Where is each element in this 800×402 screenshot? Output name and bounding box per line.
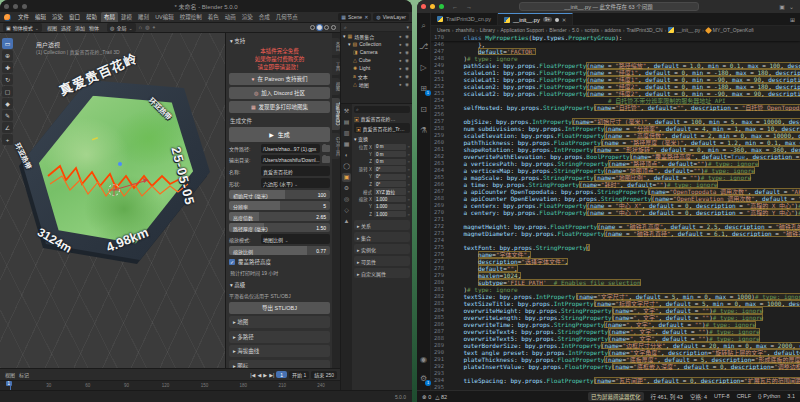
object-tab[interactable]: ▣ bbox=[342, 173, 351, 182]
lock-icon[interactable]: ○ bbox=[408, 204, 410, 209]
testing-icon[interactable]: ⚗ bbox=[420, 126, 427, 136]
workspace-tab-几何节点[interactable]: 几何节点 bbox=[273, 12, 301, 22]
run-debug-icon[interactable]: ▷ bbox=[420, 63, 426, 73]
close-tab-icon[interactable]: ✕ bbox=[562, 17, 567, 23]
transform-tool[interactable]: ◆ bbox=[2, 98, 13, 109]
lock-icon[interactable]: ○ bbox=[408, 197, 410, 202]
measure-tool[interactable]: ∠ bbox=[2, 122, 13, 133]
slider-分辨率[interactable]: 分辨率5 bbox=[229, 201, 330, 210]
timeline-editor[interactable]: 视图标记 |◀ ◀ ▶ ▶| 1 开始 1 结束 250 1 bbox=[0, 368, 340, 390]
advanced-panel-header[interactable]: ▾ 高级 bbox=[229, 279, 330, 291]
visibility-toggles[interactable]: ● ◉ bbox=[399, 66, 412, 71]
frame-start-field[interactable]: 开始 1 bbox=[289, 371, 309, 379]
rotate-tool[interactable]: ↻ bbox=[2, 74, 13, 85]
lock-icon[interactable]: ○ bbox=[408, 152, 410, 157]
scale-slider[interactable]: 缩放比例0.77 bbox=[229, 246, 330, 255]
problems-count[interactable]: △ 82 bbox=[435, 394, 447, 400]
maximize-window-icon[interactable] bbox=[439, 4, 444, 9]
vscode-titlebar[interactable]: ← → __init__.py — 此文件存在 63 个问题 ▣ ⌄ bbox=[417, 0, 800, 13]
jump-end-button[interactable]: ▶| bbox=[269, 372, 274, 378]
status-notice[interactable]: 已为屏幕阅读器优化 bbox=[588, 392, 644, 401]
transform-value[interactable]: 0 m bbox=[374, 144, 406, 150]
code-editor[interactable]: 170 class MyProperties(bpy.types.Propert… bbox=[431, 34, 800, 390]
expand-icon[interactable]: ▾ bbox=[343, 33, 346, 39]
command-center[interactable]: __init__.py — 此文件存在 63 个问题 bbox=[519, 2, 699, 11]
split-editor-icon[interactable]: ⊞ bbox=[785, 13, 800, 25]
status-item[interactable]: {} Python bbox=[758, 393, 780, 401]
outliner-row-Light[interactable]: ✺Light● ◉ bbox=[341, 64, 412, 72]
status-item[interactable]: UTF-8 bbox=[714, 393, 730, 401]
outliner-row-文本[interactable]: a文本● ◉ bbox=[341, 72, 412, 80]
breadcrumb-item[interactable]: 5.0 bbox=[572, 27, 579, 33]
collapsed-panel-海拔曲线[interactable]: ▸ 海拔曲线 bbox=[229, 345, 330, 357]
field-value[interactable]: 六边形 (水平) ⌄ bbox=[261, 178, 330, 188]
status-item[interactable]: 3.1 bbox=[787, 393, 795, 401]
transform-value[interactable]: XYZ 欧拉 bbox=[374, 188, 406, 195]
customize-layout-icon[interactable]: ⌄ bbox=[789, 3, 794, 10]
transform-value[interactable]: 0 m bbox=[374, 159, 406, 165]
outliner-row-场景集合[interactable]: ▾▦场景集合● ◉ bbox=[341, 32, 412, 40]
folder-icon[interactable] bbox=[322, 145, 330, 152]
workspace-tab-雕刻[interactable]: 雕刻 bbox=[135, 12, 152, 22]
account-icon[interactable]: ◉ bbox=[420, 355, 427, 365]
timeline-menu-标记[interactable]: 标记 bbox=[17, 371, 31, 378]
extensions-icon[interactable]: ⊞1 bbox=[420, 84, 427, 94]
breadcrumb[interactable]: Users›zhashifu›Library›Application Suppo… bbox=[431, 26, 800, 34]
pivot-point-icon[interactable]: ⌖ bbox=[153, 24, 156, 31]
current-frame-field[interactable]: 1 bbox=[276, 371, 287, 378]
mode-dropdown[interactable]: ▣ 物体模式 ⌄ bbox=[3, 23, 42, 32]
lock-icon[interactable]: ○ bbox=[408, 212, 410, 217]
breadcrumb-item[interactable]: Blender bbox=[549, 27, 566, 33]
visibility-toggles[interactable]: ● ◉ bbox=[399, 58, 412, 63]
problems-count[interactable]: ⊗ 0 bbox=[422, 394, 431, 400]
workspace-tab-布局[interactable]: 布局 bbox=[101, 12, 118, 22]
sidebar-tab-GPX工具[interactable]: GPX工具 bbox=[332, 133, 340, 160]
close-window-icon[interactable] bbox=[421, 4, 426, 9]
transform-value[interactable]: 0 m bbox=[374, 151, 406, 157]
outliner-row-地图[interactable]: △地图● ◉ bbox=[341, 80, 412, 88]
menu-编辑[interactable]: 编辑 bbox=[32, 12, 49, 22]
viewlayer-selector[interactable]: ◍ ViewLayer bbox=[373, 13, 409, 21]
lock-icon[interactable]: ○ bbox=[408, 189, 410, 194]
viewport-menu-视图[interactable]: 视图 bbox=[45, 23, 59, 32]
collapsed-panel-地图[interactable]: ▸ 地图 bbox=[229, 316, 330, 328]
menu-渲染[interactable]: 渲染 bbox=[49, 12, 66, 22]
properties-search-input[interactable]: ⌕ bbox=[354, 106, 410, 113]
proportional-edit-icon[interactable]: ◎ bbox=[145, 24, 149, 31]
search-icon[interactable]: ⌕ bbox=[421, 21, 425, 31]
lock-icon[interactable]: ○ bbox=[408, 167, 410, 172]
status-item[interactable]: 行 461, 列 43 bbox=[651, 393, 683, 401]
editor-tab-__init__.py[interactable]: __init__.py9+✕ bbox=[498, 13, 573, 25]
breadcrumb-item[interactable]: Library bbox=[480, 27, 495, 33]
world-tab[interactable]: ◯ bbox=[342, 162, 351, 171]
patreon-button[interactable]: ♥在 Patreon 支持我们 bbox=[229, 73, 330, 85]
add-primitive-tool[interactable]: + bbox=[2, 134, 13, 145]
material-shading-icon[interactable] bbox=[324, 25, 329, 30]
visibility-toggles[interactable]: ● ◉ bbox=[399, 42, 412, 47]
breadcrumb-item[interactable]: __init__.py bbox=[676, 27, 700, 33]
breadcrumb-item[interactable]: Application Support bbox=[500, 27, 543, 33]
lock-icon[interactable]: ○ bbox=[408, 182, 410, 187]
menu-窗口[interactable]: 窗口 bbox=[66, 12, 83, 22]
menu-帮助[interactable]: 帮助 bbox=[83, 12, 100, 22]
menu-文件[interactable]: 文件 bbox=[15, 12, 32, 22]
blender-titlebar[interactable]: * 未命名 - Blender 5.0.0 bbox=[0, 0, 412, 12]
overwrite-path-checkbox[interactable]: ✓覆盖路径高度 bbox=[229, 258, 330, 266]
object-name-field[interactable]: ▣ 真爱贵百花岭_Tr… bbox=[354, 123, 410, 133]
solid-shading-icon[interactable] bbox=[317, 25, 322, 30]
rendered-shading-icon[interactable] bbox=[331, 25, 336, 30]
modifier-tab[interactable]: ⚙ bbox=[342, 184, 351, 193]
transform-value[interactable]: 1.000 bbox=[374, 204, 406, 210]
collapsed-panel-自定义属性[interactable]: ▸ 自定义属性 bbox=[354, 268, 410, 278]
toggle-panel-icon[interactable]: ▣ bbox=[779, 3, 785, 10]
breadcrumb-item[interactable]: MY_OT_OpenKofi bbox=[713, 27, 754, 33]
expand-icon[interactable]: ▾ bbox=[348, 41, 351, 47]
status-item[interactable]: 空格: 4 bbox=[690, 393, 707, 401]
breadcrumb-item[interactable]: TrailPrint3D_CN bbox=[626, 27, 662, 33]
editor-tab-TrailPrint3D_cn.py[interactable]: TrailPrint3D_cn.py bbox=[431, 13, 498, 25]
slider-高度倍数[interactable]: 高度倍数2.65 bbox=[229, 212, 330, 221]
discord-button[interactable]: ◎加入 Discord 社区 bbox=[229, 87, 330, 99]
slider-路径厚度 (毫米)[interactable]: 路径厚度 (毫米)1.50 bbox=[229, 223, 330, 232]
source-control-icon[interactable]: ⎇ bbox=[419, 42, 428, 52]
data-tab[interactable]: ▲ bbox=[342, 217, 351, 226]
